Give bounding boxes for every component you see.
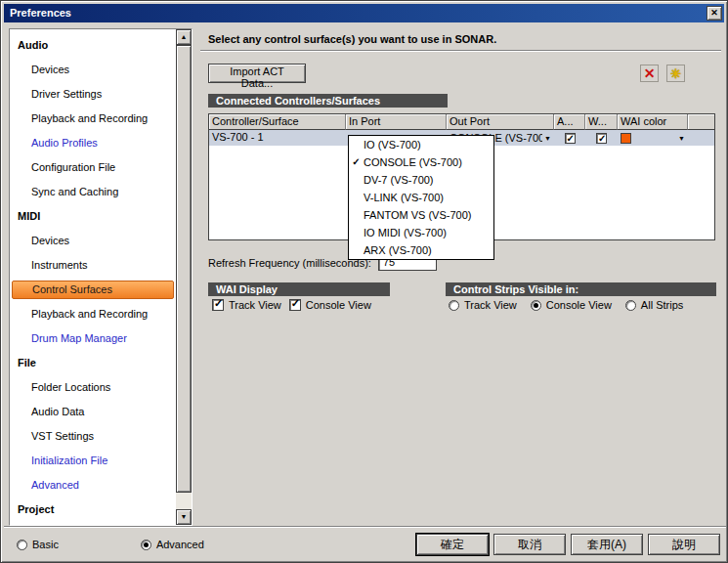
radio-track-view[interactable]: Track View (449, 299, 517, 311)
ok-button[interactable]: 確定 (416, 534, 489, 555)
radio-circle[interactable] (531, 300, 541, 311)
column-header-in-port[interactable]: In Port (346, 114, 447, 130)
dropdown-item-fantom-vs-vs-700[interactable]: FANTOM VS (VS-700) (349, 206, 493, 224)
import-act-data-button[interactable]: Import ACT Data... (208, 64, 306, 83)
add-controller-button[interactable]: ✳ (666, 65, 685, 82)
column-header-filler (688, 114, 714, 130)
scroll-down-button[interactable]: ▼ (176, 509, 192, 525)
checkbox-label: Console View (306, 299, 371, 311)
window-title: Preferences (10, 7, 71, 19)
mode-radio-basic[interactable]: Basic (17, 539, 59, 550)
dropdown-item-label: DV-7 (VS-700) (364, 171, 434, 189)
footer-divider (4, 526, 726, 527)
radio-label: All Strips (641, 299, 683, 311)
delete-icon: ✕ (644, 65, 656, 81)
check-icon (349, 136, 364, 153)
mode-radio-advanced[interactable]: Advanced (141, 539, 204, 550)
sidebar-list: AudioDevicesDriver SettingsPlayback and … (10, 29, 176, 525)
footer: BasicAdvanced 確定取消套用(A)說明 (1, 526, 728, 562)
radio-circle[interactable] (17, 540, 27, 550)
radio-label: Console View (546, 299, 612, 311)
dropdown-item-label: V-LINK (VS-700) (364, 189, 444, 206)
checkbox-box[interactable] (212, 299, 224, 311)
cell-wai-color[interactable]: ▼ (618, 130, 688, 146)
sidebar-item-devices[interactable]: Devices (10, 58, 176, 82)
cell-wai[interactable] (585, 130, 618, 146)
sidebar-item-driver-settings[interactable]: Driver Settings (10, 82, 176, 107)
dropdown-item-label: CONSOLE (VS-700) (364, 153, 462, 171)
dropdown-item-label: IO (VS-700) (364, 136, 421, 153)
column-header-controller-surface[interactable]: Controller/Surface (209, 114, 346, 130)
dropdown-item-dv-7-vs-700[interactable]: DV-7 (VS-700) (349, 171, 493, 189)
checkbox-label: Track View (229, 299, 281, 311)
radio-label: Track View (464, 299, 517, 311)
sidebar-item-vst-settings[interactable]: VST Settings (10, 424, 176, 449)
sidebar-item-configuration-file[interactable]: Configuration File (10, 155, 176, 180)
dropdown-item-console-vs-700[interactable]: ✓CONSOLE (VS-700) (349, 153, 493, 171)
wai-display-options: Track ViewConsole View (212, 299, 371, 311)
chevron-down-icon[interactable]: ▼ (544, 131, 551, 146)
sidebar-scrollbar[interactable]: ▲ ▼ (176, 29, 192, 525)
dropdown-item-io-midi-vs-700[interactable]: IO MIDI (VS-700) (349, 224, 493, 241)
sidebar-section-file: File (10, 351, 176, 375)
refresh-frequency-label: Refresh Frequency (milliseconds): (208, 257, 371, 269)
scroll-down-icon: ▼ (181, 513, 188, 520)
sidebar-item-playback-and-recording[interactable]: Playback and Recording (10, 107, 176, 131)
help-button[interactable]: 說明 (648, 534, 720, 555)
checkbox-track-view[interactable]: Track View (212, 299, 281, 311)
check-icon (349, 206, 364, 224)
cell-ack[interactable] (554, 130, 585, 146)
wai-color-swatch (621, 133, 631, 144)
sidebar-item-devices[interactable]: Devices (10, 229, 176, 253)
footer-buttons: 確定取消套用(A)說明 (416, 534, 720, 555)
apply-button[interactable]: 套用(A) (571, 534, 643, 555)
column-header-w[interactable]: W... (585, 114, 618, 130)
delete-controller-button[interactable]: ✕ (640, 65, 659, 82)
sidebar-item-sync-and-caching[interactable]: Sync and Caching (10, 180, 176, 204)
connected-controllers-header: Connected Controllers/Surfaces (208, 94, 448, 108)
checkbox-console-view[interactable]: Console View (289, 299, 371, 311)
scrollbar-thumb[interactable] (176, 45, 192, 493)
titlebar[interactable]: Preferences ✕ (4, 4, 724, 22)
radio-label: Advanced (156, 539, 204, 550)
check-icon (349, 171, 364, 189)
dropdown-item-label: IO MIDI (VS-700) (364, 224, 447, 241)
sidebar-item-drum-map-manager[interactable]: Drum Map Manager (10, 326, 176, 351)
radio-all-strips[interactable]: All Strips (625, 299, 683, 311)
sidebar-item-initialization-file[interactable]: Initialization File (10, 449, 176, 473)
radio-circle[interactable] (625, 300, 636, 311)
dropdown-item-v-link-vs-700[interactable]: V-LINK (VS-700) (349, 189, 493, 206)
sidebar-item-playback-and-recording[interactable]: Playback and Recording (10, 302, 176, 326)
scroll-up-icon: ▲ (181, 33, 188, 40)
sidebar-item-instruments[interactable]: Instruments (10, 253, 176, 278)
sidebar-section-midi: MIDI (10, 204, 176, 229)
ack-checkbox[interactable] (565, 133, 576, 144)
sidebar-item-folder-locations[interactable]: Folder Locations (10, 375, 176, 400)
wai-checkbox[interactable] (596, 133, 607, 144)
preferences-window: Preferences ✕ AudioDevicesDriver Setting… (0, 0, 728, 563)
sidebar-item-advanced[interactable]: Advanced (10, 473, 176, 498)
sidebar-item-control-surfaces[interactable]: Control Surfaces (12, 281, 174, 299)
radio-circle[interactable] (449, 300, 459, 311)
dropdown-item-arx-vs-700[interactable]: ARX (VS-700) (349, 241, 493, 259)
control-strips-options: Track ViewConsole ViewAll Strips (449, 299, 683, 311)
sidebar-item-audio-data[interactable]: Audio Data (10, 400, 176, 424)
close-button[interactable]: ✕ (707, 6, 722, 21)
wai-display-header: WAI Display (208, 282, 390, 296)
checkbox-box[interactable] (289, 299, 301, 311)
scroll-up-button[interactable]: ▲ (176, 29, 192, 45)
column-header-a[interactable]: A... (554, 114, 585, 130)
column-header-out-port[interactable]: Out Port (447, 114, 554, 130)
close-icon: ✕ (710, 8, 718, 18)
radio-console-view[interactable]: Console View (531, 299, 612, 311)
dropdown-item-io-vs-700[interactable]: IO (VS-700) (349, 136, 493, 153)
chevron-down-icon[interactable]: ▼ (678, 131, 685, 146)
cancel-button[interactable]: 取消 (493, 534, 566, 555)
radio-circle[interactable] (141, 540, 151, 550)
cell-controller-surface: VS-700 - 1 (209, 130, 346, 146)
check-icon: ✓ (349, 153, 364, 171)
divider (200, 50, 721, 51)
sidebar-item-audio-profiles[interactable]: Audio Profiles (10, 131, 176, 155)
in-port-dropdown-list: IO (VS-700)✓CONSOLE (VS-700)DV-7 (VS-700… (348, 135, 494, 260)
column-header-wai-color[interactable]: WAI color (618, 114, 688, 130)
